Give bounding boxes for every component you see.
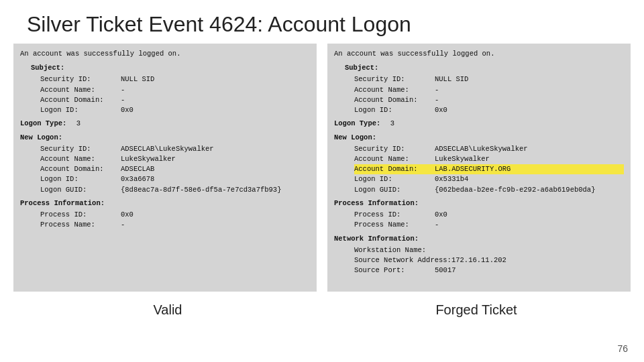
- field-name: Source Network Address:: [354, 255, 451, 265]
- valid-new-logon-fields: Security ID:ADSECLAB\LukeSkywalker Accou…: [20, 144, 310, 195]
- forged-logon-type-label: Logon Type:: [334, 119, 380, 127]
- field-name: Security ID:: [354, 144, 435, 154]
- field-value: 0x0: [121, 105, 133, 115]
- field-name: Account Name:: [40, 154, 121, 164]
- field-value: 0x0: [435, 210, 447, 220]
- valid-header: An account was successfully logged on.: [20, 49, 310, 59]
- forged-subject-fields: Security ID:NULL SID Account Name:- Acco…: [334, 74, 624, 115]
- field-name: Account Domain:: [354, 95, 435, 105]
- field-value: ADSECLAB\LukeSkywalker: [435, 144, 528, 154]
- field-name: Logon ID:: [40, 105, 121, 115]
- valid-process-fields: Process ID:0x0 Process Name:-: [20, 210, 310, 230]
- field-name: Process ID:: [354, 210, 435, 220]
- forged-new-logon-fields: Security ID:ADSECLAB\LukeSkywalker Accou…: [334, 144, 624, 195]
- valid-new-logon-label: New Logon:: [20, 133, 310, 143]
- valid-panel: An account was successfully logged on. S…: [13, 44, 317, 292]
- forged-logon-type-row: Logon Type: 3: [334, 119, 624, 129]
- forged-network-fields: Workstation Name: Source Network Address…: [334, 245, 624, 276]
- field-name: Process Name:: [40, 220, 121, 230]
- field-value: -: [121, 95, 125, 105]
- forged-new-logon-label: New Logon:: [334, 133, 624, 143]
- valid-subject-label: Subject:: [20, 63, 310, 73]
- field-value: {8d8eac7a-8d7f-58e6-df5a-7e7cd3a7fb93}: [121, 185, 281, 195]
- field-value: {062bedaa-b2ee-fc9b-e292-a6ab619eb0da}: [435, 185, 595, 195]
- field-name: Account Name:: [354, 85, 435, 95]
- valid-process-label: Process Information:: [20, 198, 310, 208]
- field-name: Account Domain:: [40, 164, 121, 174]
- field-value: 0x5331b4: [435, 174, 468, 184]
- forged-process-fields: Process ID:0x0 Process Name:-: [334, 210, 624, 230]
- field-name: Security ID:: [40, 144, 121, 154]
- bottom-labels: Valid Forged Ticket: [0, 292, 644, 318]
- field-name: Workstation Name:: [354, 245, 435, 255]
- content-area: An account was successfully logged on. S…: [0, 44, 644, 292]
- field-value: -: [435, 95, 439, 105]
- field-value: 0x3a6678: [121, 174, 154, 184]
- forged-header: An account was successfully logged on.: [334, 49, 624, 59]
- field-value: -: [121, 85, 125, 95]
- field-name: Logon ID:: [354, 174, 435, 184]
- slide-number: 76: [617, 343, 628, 354]
- field-value: 0x0: [121, 210, 133, 220]
- forged-process-label: Process Information:: [334, 198, 624, 208]
- valid-logon-type-label: Logon Type:: [20, 119, 66, 127]
- field-value: 50017: [435, 265, 456, 276]
- highlighted-account-domain-row: Account Domain:LAB.ADSECURITY.ORG: [354, 164, 624, 174]
- valid-subject-fields: Security ID:NULL SID Account Name:- Acco…: [20, 74, 310, 115]
- valid-label: Valid: [13, 300, 322, 318]
- field-name: Security ID:: [40, 74, 121, 84]
- field-value: ADSECLAB: [121, 164, 154, 174]
- field-value: NULL SID: [121, 74, 154, 84]
- forged-subject-label: Subject:: [334, 63, 624, 73]
- field-value: -: [121, 220, 125, 230]
- field-value: -: [435, 85, 439, 95]
- field-value: LukeSkywalker: [121, 154, 176, 164]
- field-name: Source Port:: [354, 265, 435, 276]
- forged-label: Forged Ticket: [322, 300, 631, 318]
- field-name: Logon GUID:: [354, 185, 435, 195]
- field-value: LAB.ADSECURITY.ORG: [435, 164, 511, 174]
- field-name: Logon ID:: [354, 105, 435, 115]
- field-value: ADSECLAB\LukeSkywalker: [121, 144, 214, 154]
- field-name: Logon GUID:: [40, 185, 121, 195]
- field-value: 0x0: [435, 105, 447, 115]
- valid-logon-type-row: Logon Type: 3: [20, 119, 310, 129]
- field-name: Account Domain:: [354, 164, 435, 174]
- field-name: Logon ID:: [40, 174, 121, 184]
- field-name: Account Name:: [40, 85, 121, 95]
- field-value: 172.16.11.202: [451, 255, 506, 265]
- field-name: Process Name:: [354, 220, 435, 230]
- forged-network-label: Network Information:: [334, 234, 624, 244]
- forged-panel: An account was successfully logged on. S…: [327, 44, 631, 292]
- valid-logon-type-value: 3: [76, 119, 80, 127]
- field-value: -: [435, 220, 439, 230]
- field-name: Account Domain:: [40, 95, 121, 105]
- field-value: LukeSkywalker: [435, 154, 490, 164]
- field-name: Account Name:: [354, 154, 435, 164]
- field-value: NULL SID: [435, 74, 468, 84]
- forged-logon-type-value: 3: [390, 119, 394, 127]
- page-title: Silver Ticket Event 4624: Account Logon: [0, 0, 644, 44]
- field-name: Security ID:: [354, 74, 435, 84]
- field-name: Process ID:: [40, 210, 121, 220]
